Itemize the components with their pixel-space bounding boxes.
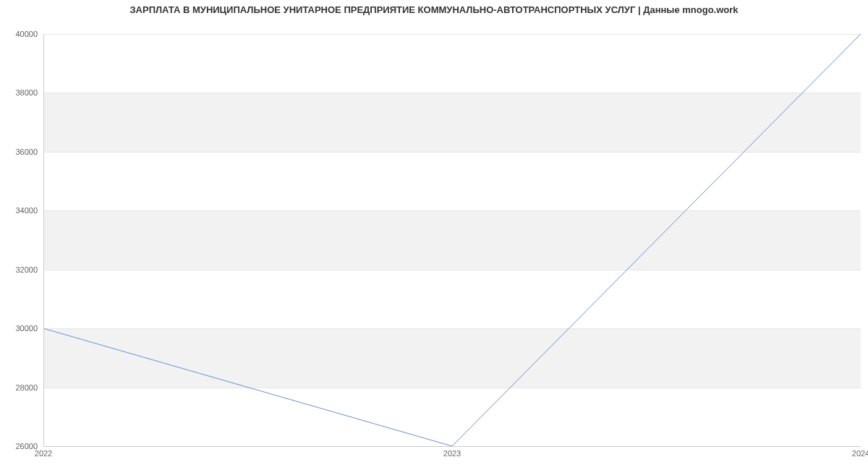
x-axis-line [43, 446, 861, 447]
y-tick-label: 32000 [15, 265, 38, 274]
x-tick-label: 2023 [443, 449, 461, 458]
y-tick-label: 30000 [15, 324, 38, 333]
x-tick-label: 2022 [35, 449, 52, 458]
y-tick-label: 28000 [15, 383, 38, 392]
x-tick-label: 2024 [852, 449, 868, 458]
chart-container: ЗАРПЛАТА В МУНИЦИПАЛЬНОЕ УНИТАРНОЕ ПРЕДП… [0, 0, 868, 470]
y-tick-label: 36000 [15, 148, 38, 156]
y-axis-line [43, 34, 44, 446]
y-tick-label: 34000 [15, 206, 38, 215]
data-line-layer [43, 34, 861, 446]
y-tick-label: 38000 [15, 88, 38, 97]
chart-title: ЗАРПЛАТА В МУНИЦИПАЛЬНОЕ УНИТАРНОЕ ПРЕДП… [0, 4, 868, 15]
y-tick-label: 40000 [15, 30, 38, 38]
plot-area [43, 34, 861, 446]
data-line [43, 34, 861, 446]
